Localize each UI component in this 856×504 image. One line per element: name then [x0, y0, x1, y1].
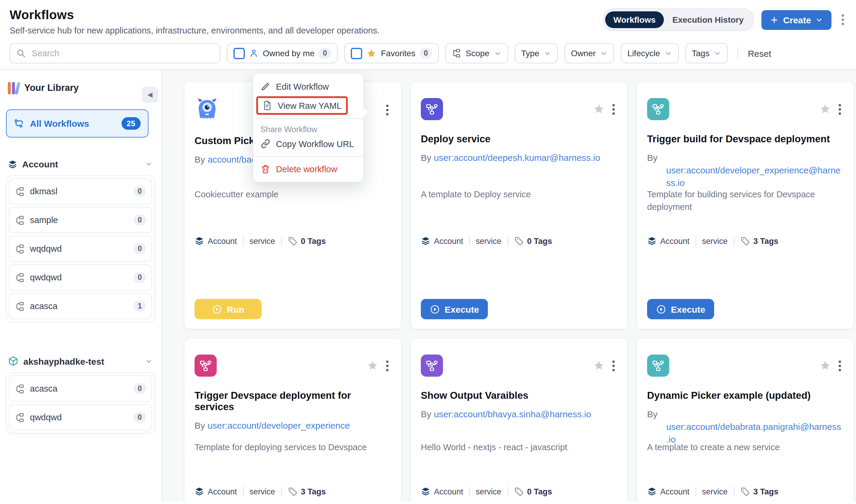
hierarchy-icon: [452, 49, 462, 58]
owner-label: Owner: [571, 49, 596, 58]
workflow-card-trigger-devspace-deployment[interactable]: Trigger Devspace deployment for services…: [184, 338, 402, 502]
search-icon: [16, 49, 26, 58]
owner-link[interactable]: user:account/deepesh.kumar@harness.io: [434, 152, 600, 163]
favorite-star-icon[interactable]: [820, 360, 831, 371]
view-toggle: Workflows Execution History: [603, 8, 754, 31]
workflow-context-menu: Edit Workflow View Raw YAML Share Workfl…: [253, 73, 364, 182]
reset-filters-button[interactable]: Reset: [748, 48, 771, 58]
project-icon: [15, 272, 25, 283]
favorite-star-icon[interactable]: [593, 104, 604, 115]
card-footer: Account service 0 Tags: [421, 487, 617, 496]
owner-link[interactable]: user:account/developer_experience@harnes…: [666, 165, 841, 188]
workflow-card-deploy-service[interactable]: Deploy service By user:account/deepesh.k…: [410, 81, 628, 329]
sidebar-item-sample[interactable]: sample 0: [9, 207, 152, 233]
card-title: Deploy service: [421, 133, 617, 145]
card-title: Trigger Devspace deployment for services: [194, 390, 391, 413]
action-button[interactable]: Run: [194, 299, 261, 319]
create-button[interactable]: Create: [762, 10, 832, 30]
favorite-star-icon[interactable]: [367, 360, 378, 371]
item-count: 0: [134, 412, 146, 423]
play-icon: [212, 304, 222, 314]
type-label: Type: [521, 49, 540, 58]
menu-item-edit-workflow[interactable]: Edit Workflow: [253, 78, 363, 95]
card-kebab-menu-icon[interactable]: [610, 358, 617, 373]
owned-by-me-filter[interactable]: Owned by me 0: [227, 43, 338, 64]
lifecycle-dropdown[interactable]: Lifecycle: [621, 43, 679, 64]
card-description: Template for deploying services to Devsp…: [194, 441, 391, 454]
scope-dropdown[interactable]: Scope: [445, 43, 508, 64]
favorites-checkbox[interactable]: [351, 48, 362, 59]
card-title: Show Output Varaibles: [421, 390, 617, 401]
workflow-card-show-output-varaibles[interactable]: Show Output Varaibles By user:account/bh…: [410, 338, 628, 502]
sidebar-collapse-button[interactable]: ◀: [142, 87, 158, 103]
sidebar-item-wqdqwd[interactable]: wqdqwd 0: [9, 236, 152, 262]
item-label: acasca: [30, 301, 57, 311]
favorite-star-icon[interactable]: [820, 104, 831, 115]
owner-link[interactable]: user:account/debabrata.panigrahi@harness…: [666, 421, 841, 444]
sidebar-item-acasca[interactable]: acasca 1: [9, 293, 152, 319]
sidebar-item-qwdqwd-2[interactable]: qwdqwd 0: [9, 404, 152, 430]
sidebar-item-all-workflows[interactable]: All Workflows 25: [6, 109, 149, 138]
favorite-star-icon[interactable]: [593, 360, 604, 371]
type-dropdown[interactable]: Type: [514, 43, 558, 64]
sidebar-item-dkmasl[interactable]: dkmasl 0: [9, 178, 152, 204]
item-label: acasca: [30, 384, 57, 393]
item-label: wqdqwd: [30, 244, 62, 253]
header-actions: Workflows Execution History Create: [603, 8, 846, 31]
card-kebab-menu-icon[interactable]: [610, 101, 617, 117]
chevron-down-icon: [494, 49, 501, 57]
star-icon: [367, 48, 377, 58]
workflow-icon: [14, 118, 24, 129]
pencil-icon: [260, 81, 271, 91]
card-kebab-menu-icon[interactable]: [384, 102, 391, 118]
action-button[interactable]: Execute: [647, 299, 714, 319]
item-count: 0: [134, 272, 146, 283]
tags-label: Tags: [692, 49, 709, 58]
menu-item-copy-workflow-url[interactable]: Copy Workflow URL: [253, 135, 363, 152]
header-kebab-menu-icon[interactable]: [839, 12, 846, 28]
layers-icon: [647, 236, 657, 246]
search-input[interactable]: [31, 48, 214, 59]
owner-dropdown[interactable]: Owner: [564, 43, 614, 64]
tag-icon: [740, 487, 750, 496]
section-label: akshayphadke-test: [23, 356, 104, 366]
menu-item-delete-workflow[interactable]: Delete workflow: [253, 160, 363, 178]
tags-dropdown[interactable]: Tags: [685, 43, 728, 64]
workflow-card-dynamic-picker[interactable]: Dynamic Picker example (updated) By user…: [636, 338, 854, 502]
card-kebab-menu-icon[interactable]: [384, 358, 391, 373]
sidebar-section-akshayphadke-test[interactable]: akshayphadke-test: [8, 356, 153, 366]
tab-execution-history[interactable]: Execution History: [664, 11, 752, 28]
layers-icon: [194, 487, 204, 496]
chevron-down-icon: [600, 49, 607, 57]
chevron-down-icon: [145, 160, 153, 168]
menu-item-view-raw-yaml[interactable]: View Raw YAML: [256, 96, 348, 115]
sidebar-section-account[interactable]: Account: [8, 159, 153, 169]
link-icon: [260, 139, 271, 149]
workflow-tile-icon: [647, 98, 669, 120]
search-box[interactable]: [10, 43, 220, 64]
card-kebab-menu-icon[interactable]: [836, 358, 843, 373]
workflow-card-trigger-build-devspace[interactable]: Trigger build for Devspace deployment By…: [636, 81, 854, 329]
owner-link[interactable]: user:account/bhavya.sinha@harness.io: [434, 409, 591, 419]
owned-by-me-checkbox[interactable]: [234, 48, 245, 59]
card-footer: Account service 0 Tags: [194, 236, 391, 246]
create-button-label: Create: [783, 15, 811, 25]
tab-workflows[interactable]: Workflows: [605, 11, 664, 28]
library-sidebar: ◀ Your Library All Workflows 25 Account …: [0, 70, 162, 502]
card-kebab-menu-icon[interactable]: [836, 101, 843, 117]
action-button[interactable]: Execute: [421, 299, 488, 319]
project-icon: [15, 186, 25, 196]
sidebar-item-qwdqwd[interactable]: qwdqwd 0: [9, 264, 152, 291]
section-label: Account: [22, 159, 58, 169]
tag-icon: [288, 487, 297, 496]
sidebar-item-acasca-2[interactable]: acasca 0: [9, 376, 152, 402]
owner-link[interactable]: user:account/developer_experience: [207, 420, 349, 430]
workflow-tile-icon: [647, 355, 669, 377]
menu-item-label: Copy Workflow URL: [276, 139, 354, 148]
layers-icon: [421, 487, 430, 496]
cube-icon: [8, 356, 19, 366]
menu-item-label: Edit Workflow: [276, 82, 329, 91]
card-description: A template to create a new service: [647, 441, 843, 454]
account-items-group: dkmasl 0 sample 0 wqdqwd 0 qwdqwd 0: [6, 175, 155, 322]
favorites-filter[interactable]: Favorites 0: [344, 43, 439, 64]
